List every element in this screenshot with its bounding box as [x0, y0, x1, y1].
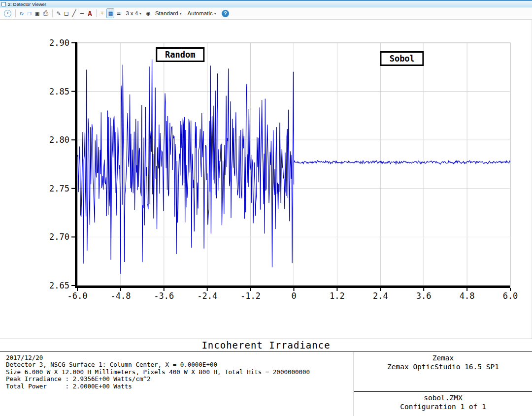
toolbar-separator — [96, 9, 97, 17]
software-name: Zemax — [354, 353, 532, 362]
info-peak-irradiance: Peak Irradiance : 2.9356E+00 Watts/cm^2 — [6, 376, 354, 383]
configuration-label: Configuration 1 of 1 — [354, 402, 532, 411]
file-name: sobol.ZMX — [354, 393, 532, 402]
footer-right-panel: Zemax Zemax OpticStudio 16.5 SP1 sobol.Z… — [354, 352, 532, 416]
chevron-down-icon: ▾ — [214, 11, 216, 16]
save-button[interactable]: ▣ — [34, 9, 41, 18]
draw-thick-line-button[interactable]: ― — [78, 9, 85, 18]
title-bar[interactable]: 2: Detector Viewer — [0, 0, 532, 7]
grid-size-dropdown[interactable]: 3 x 4 ▾ — [123, 9, 144, 17]
lamp-icon: ☼ — [100, 9, 104, 17]
svg-text:4.8: 4.8 — [460, 291, 475, 301]
software-version: Zemax OpticStudio 16.5 SP1 — [354, 362, 532, 371]
svg-text:-2.4: -2.4 — [197, 291, 217, 301]
detector-grid-button[interactable]: ▦ — [106, 8, 114, 18]
standard-label: Standard — [155, 10, 178, 16]
window-title: 2: Detector Viewer — [8, 1, 46, 7]
svg-text:6.0: 6.0 — [503, 291, 518, 301]
svg-text:-6.0: -6.0 — [67, 291, 88, 301]
lamp-button[interactable]: ☼ — [99, 9, 106, 18]
toolbar-separator — [15, 9, 16, 17]
line-icon: ╱ — [72, 9, 76, 17]
refresh-icon: ↻ — [20, 9, 24, 17]
standard-dropdown[interactable]: Standard ▾ — [153, 9, 184, 17]
detector-viewer-window: 2: Detector Viewer ▾ ↻ ❐ ▣ ⎙ ✎ □ ╱ ― — [0, 0, 532, 416]
draw-pencil-button[interactable]: ✎ — [55, 9, 62, 18]
layers-button[interactable]: ≡ — [115, 9, 122, 18]
chevron-down-icon: ▾ — [4, 10, 11, 17]
window-icon — [1, 2, 6, 6]
grid-size-label: 3 x 4 — [126, 10, 138, 16]
chevron-down-icon: ▾ — [139, 11, 141, 16]
annotation-random: Random — [156, 47, 204, 62]
chevron-down-icon: ▾ — [180, 11, 182, 16]
save-icon: ▣ — [35, 9, 39, 17]
target-icon: ◉ — [146, 9, 150, 17]
copy-button[interactable]: ❐ — [26, 9, 33, 18]
draw-rectangle-button[interactable]: □ — [63, 9, 70, 18]
software-info: Zemax Zemax OpticStudio 16.5 SP1 — [354, 352, 532, 391]
chart-area: -6.0-4.8-3.6-2.4-1.201.22.43.64.86.02.65… — [0, 20, 532, 339]
draw-line-button[interactable]: ╱ — [71, 9, 78, 18]
info-detector: Detector 3, NSCG Surface 1: Column Cente… — [6, 361, 354, 368]
pencil-icon: ✎ — [57, 9, 61, 17]
copy-icon: ❐ — [28, 9, 32, 17]
svg-text:2.75: 2.75 — [49, 184, 69, 193]
rectangle-icon: □ — [65, 9, 68, 17]
toolbar: ▾ ↻ ❐ ▣ ⎙ ✎ □ ╱ ― A ☼ — [0, 7, 532, 20]
svg-text:-4.8: -4.8 — [110, 291, 131, 301]
annotation-sobol: Sobol — [380, 51, 424, 66]
svg-text:2.4: 2.4 — [373, 291, 388, 301]
svg-text:2.65: 2.65 — [49, 281, 69, 290]
automatic-dropdown[interactable]: Automatic ▾ — [185, 9, 219, 17]
svg-text:2.90: 2.90 — [49, 38, 69, 48]
update-button[interactable]: ↻ — [18, 9, 25, 18]
toolbar-separator — [52, 9, 53, 17]
text-icon: A — [88, 9, 92, 17]
chart-title: Incoherent Irradiance — [0, 339, 532, 352]
info-total-power: Total Power : 2.0000E+00 Watts — [6, 383, 354, 390]
info-size: Size 6.000 W X 12.000 H Millimeters, Pix… — [6, 369, 354, 376]
viewer-menu-button[interactable]: ▾ — [2, 9, 13, 18]
detector-info: 2017/12/20 Detector 3, NSCG Surface 1: C… — [0, 352, 354, 416]
file-info: sobol.ZMX Configuration 1 of 1 — [354, 391, 532, 416]
info-date: 2017/12/20 — [6, 354, 354, 361]
svg-text:2.80: 2.80 — [49, 135, 69, 145]
chart-footer: Incoherent Irradiance 2017/12/20 Detecto… — [0, 339, 532, 416]
add-text-button[interactable]: A — [86, 9, 93, 18]
svg-text:0: 0 — [291, 291, 296, 301]
automatic-label: Automatic — [188, 10, 213, 16]
svg-text:2.70: 2.70 — [49, 232, 69, 242]
thick-line-icon: ― — [80, 9, 84, 17]
svg-text:-1.2: -1.2 — [240, 291, 261, 301]
svg-text:3.6: 3.6 — [416, 291, 432, 301]
svg-text:-3.6: -3.6 — [154, 291, 174, 301]
svg-text:1.2: 1.2 — [330, 291, 345, 301]
irradiance-chart: -6.0-4.8-3.6-2.4-1.201.22.43.64.86.02.65… — [0, 20, 532, 339]
grid-icon: ▦ — [108, 9, 112, 17]
target-button[interactable]: ◉ — [145, 9, 152, 18]
help-icon[interactable]: ? — [222, 10, 229, 17]
print-icon: ⎙ — [43, 9, 48, 17]
layers-icon: ≡ — [117, 9, 121, 17]
svg-text:2.85: 2.85 — [49, 87, 69, 96]
print-button[interactable]: ⎙ — [41, 9, 49, 18]
